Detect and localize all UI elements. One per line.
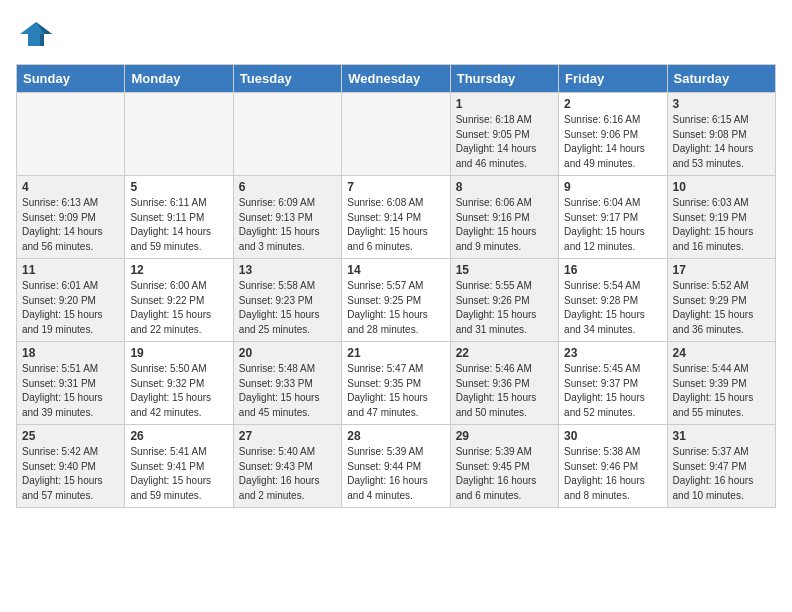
calendar-week-5: 25Sunrise: 5:42 AM Sunset: 9:40 PM Dayli… (17, 425, 776, 508)
calendar-cell: 11Sunrise: 6:01 AM Sunset: 9:20 PM Dayli… (17, 259, 125, 342)
day-number: 18 (22, 346, 119, 360)
header-day-wednesday: Wednesday (342, 65, 450, 93)
calendar-cell: 4Sunrise: 6:13 AM Sunset: 9:09 PM Daylig… (17, 176, 125, 259)
day-number: 12 (130, 263, 227, 277)
calendar-cell: 1Sunrise: 6:18 AM Sunset: 9:05 PM Daylig… (450, 93, 558, 176)
calendar-cell: 26Sunrise: 5:41 AM Sunset: 9:41 PM Dayli… (125, 425, 233, 508)
calendar-cell: 19Sunrise: 5:50 AM Sunset: 9:32 PM Dayli… (125, 342, 233, 425)
calendar-cell: 3Sunrise: 6:15 AM Sunset: 9:08 PM Daylig… (667, 93, 775, 176)
cell-content: Sunrise: 5:46 AM Sunset: 9:36 PM Dayligh… (456, 362, 553, 420)
day-number: 24 (673, 346, 770, 360)
calendar-cell: 6Sunrise: 6:09 AM Sunset: 9:13 PM Daylig… (233, 176, 341, 259)
logo (16, 16, 58, 52)
calendar-cell: 22Sunrise: 5:46 AM Sunset: 9:36 PM Dayli… (450, 342, 558, 425)
calendar-cell: 14Sunrise: 5:57 AM Sunset: 9:25 PM Dayli… (342, 259, 450, 342)
calendar-cell: 18Sunrise: 5:51 AM Sunset: 9:31 PM Dayli… (17, 342, 125, 425)
cell-content: Sunrise: 6:04 AM Sunset: 9:17 PM Dayligh… (564, 196, 661, 254)
header-day-saturday: Saturday (667, 65, 775, 93)
cell-content: Sunrise: 5:52 AM Sunset: 9:29 PM Dayligh… (673, 279, 770, 337)
cell-content: Sunrise: 5:48 AM Sunset: 9:33 PM Dayligh… (239, 362, 336, 420)
calendar-week-1: 1Sunrise: 6:18 AM Sunset: 9:05 PM Daylig… (17, 93, 776, 176)
calendar-cell (342, 93, 450, 176)
header-day-tuesday: Tuesday (233, 65, 341, 93)
calendar-cell: 20Sunrise: 5:48 AM Sunset: 9:33 PM Dayli… (233, 342, 341, 425)
cell-content: Sunrise: 5:55 AM Sunset: 9:26 PM Dayligh… (456, 279, 553, 337)
page-header (16, 16, 776, 52)
cell-content: Sunrise: 5:38 AM Sunset: 9:46 PM Dayligh… (564, 445, 661, 503)
day-number: 25 (22, 429, 119, 443)
cell-content: Sunrise: 5:50 AM Sunset: 9:32 PM Dayligh… (130, 362, 227, 420)
day-number: 16 (564, 263, 661, 277)
day-number: 26 (130, 429, 227, 443)
calendar-cell: 25Sunrise: 5:42 AM Sunset: 9:40 PM Dayli… (17, 425, 125, 508)
calendar-cell: 15Sunrise: 5:55 AM Sunset: 9:26 PM Dayli… (450, 259, 558, 342)
day-number: 10 (673, 180, 770, 194)
calendar-cell: 2Sunrise: 6:16 AM Sunset: 9:06 PM Daylig… (559, 93, 667, 176)
calendar-cell: 28Sunrise: 5:39 AM Sunset: 9:44 PM Dayli… (342, 425, 450, 508)
day-number: 27 (239, 429, 336, 443)
cell-content: Sunrise: 5:37 AM Sunset: 9:47 PM Dayligh… (673, 445, 770, 503)
cell-content: Sunrise: 6:16 AM Sunset: 9:06 PM Dayligh… (564, 113, 661, 171)
calendar-cell: 8Sunrise: 6:06 AM Sunset: 9:16 PM Daylig… (450, 176, 558, 259)
cell-content: Sunrise: 5:39 AM Sunset: 9:44 PM Dayligh… (347, 445, 444, 503)
cell-content: Sunrise: 6:11 AM Sunset: 9:11 PM Dayligh… (130, 196, 227, 254)
calendar-cell: 23Sunrise: 5:45 AM Sunset: 9:37 PM Dayli… (559, 342, 667, 425)
cell-content: Sunrise: 6:08 AM Sunset: 9:14 PM Dayligh… (347, 196, 444, 254)
calendar-table: SundayMondayTuesdayWednesdayThursdayFrid… (16, 64, 776, 508)
cell-content: Sunrise: 5:40 AM Sunset: 9:43 PM Dayligh… (239, 445, 336, 503)
day-number: 8 (456, 180, 553, 194)
cell-content: Sunrise: 6:15 AM Sunset: 9:08 PM Dayligh… (673, 113, 770, 171)
calendar-week-4: 18Sunrise: 5:51 AM Sunset: 9:31 PM Dayli… (17, 342, 776, 425)
calendar-cell: 12Sunrise: 6:00 AM Sunset: 9:22 PM Dayli… (125, 259, 233, 342)
calendar-week-2: 4Sunrise: 6:13 AM Sunset: 9:09 PM Daylig… (17, 176, 776, 259)
cell-content: Sunrise: 6:13 AM Sunset: 9:09 PM Dayligh… (22, 196, 119, 254)
day-number: 28 (347, 429, 444, 443)
cell-content: Sunrise: 5:54 AM Sunset: 9:28 PM Dayligh… (564, 279, 661, 337)
cell-content: Sunrise: 5:57 AM Sunset: 9:25 PM Dayligh… (347, 279, 444, 337)
calendar-cell: 13Sunrise: 5:58 AM Sunset: 9:23 PM Dayli… (233, 259, 341, 342)
cell-content: Sunrise: 5:44 AM Sunset: 9:39 PM Dayligh… (673, 362, 770, 420)
calendar-cell: 27Sunrise: 5:40 AM Sunset: 9:43 PM Dayli… (233, 425, 341, 508)
calendar-cell (125, 93, 233, 176)
day-number: 31 (673, 429, 770, 443)
cell-content: Sunrise: 6:06 AM Sunset: 9:16 PM Dayligh… (456, 196, 553, 254)
calendar-cell: 7Sunrise: 6:08 AM Sunset: 9:14 PM Daylig… (342, 176, 450, 259)
day-number: 7 (347, 180, 444, 194)
cell-content: Sunrise: 5:39 AM Sunset: 9:45 PM Dayligh… (456, 445, 553, 503)
day-number: 19 (130, 346, 227, 360)
calendar-cell: 24Sunrise: 5:44 AM Sunset: 9:39 PM Dayli… (667, 342, 775, 425)
calendar-cell (233, 93, 341, 176)
cell-content: Sunrise: 5:45 AM Sunset: 9:37 PM Dayligh… (564, 362, 661, 420)
calendar-cell: 21Sunrise: 5:47 AM Sunset: 9:35 PM Dayli… (342, 342, 450, 425)
day-number: 21 (347, 346, 444, 360)
day-number: 29 (456, 429, 553, 443)
day-number: 20 (239, 346, 336, 360)
day-number: 9 (564, 180, 661, 194)
day-number: 3 (673, 97, 770, 111)
day-number: 2 (564, 97, 661, 111)
calendar-cell: 9Sunrise: 6:04 AM Sunset: 9:17 PM Daylig… (559, 176, 667, 259)
cell-content: Sunrise: 5:47 AM Sunset: 9:35 PM Dayligh… (347, 362, 444, 420)
header-day-sunday: Sunday (17, 65, 125, 93)
day-number: 5 (130, 180, 227, 194)
cell-content: Sunrise: 6:00 AM Sunset: 9:22 PM Dayligh… (130, 279, 227, 337)
calendar-cell: 16Sunrise: 5:54 AM Sunset: 9:28 PM Dayli… (559, 259, 667, 342)
calendar-cell: 31Sunrise: 5:37 AM Sunset: 9:47 PM Dayli… (667, 425, 775, 508)
cell-content: Sunrise: 5:58 AM Sunset: 9:23 PM Dayligh… (239, 279, 336, 337)
calendar-header-row: SundayMondayTuesdayWednesdayThursdayFrid… (17, 65, 776, 93)
day-number: 14 (347, 263, 444, 277)
day-number: 15 (456, 263, 553, 277)
day-number: 17 (673, 263, 770, 277)
day-number: 30 (564, 429, 661, 443)
day-number: 4 (22, 180, 119, 194)
calendar-cell: 5Sunrise: 6:11 AM Sunset: 9:11 PM Daylig… (125, 176, 233, 259)
cell-content: Sunrise: 5:41 AM Sunset: 9:41 PM Dayligh… (130, 445, 227, 503)
cell-content: Sunrise: 6:03 AM Sunset: 9:19 PM Dayligh… (673, 196, 770, 254)
cell-content: Sunrise: 6:09 AM Sunset: 9:13 PM Dayligh… (239, 196, 336, 254)
header-day-monday: Monday (125, 65, 233, 93)
cell-content: Sunrise: 6:01 AM Sunset: 9:20 PM Dayligh… (22, 279, 119, 337)
calendar-cell: 17Sunrise: 5:52 AM Sunset: 9:29 PM Dayli… (667, 259, 775, 342)
calendar-cell: 10Sunrise: 6:03 AM Sunset: 9:19 PM Dayli… (667, 176, 775, 259)
logo-icon (16, 16, 52, 52)
calendar-cell: 30Sunrise: 5:38 AM Sunset: 9:46 PM Dayli… (559, 425, 667, 508)
